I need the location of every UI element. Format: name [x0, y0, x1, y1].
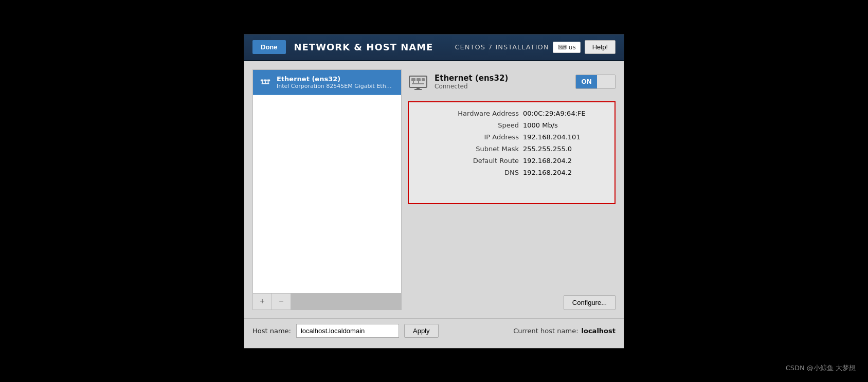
svg-rect-12: [418, 81, 419, 83]
svg-rect-4: [262, 81, 263, 83]
current-hostname-label: Current host name:: [513, 327, 578, 335]
svg-rect-13: [412, 83, 424, 84]
ip-address-value: 192.168.204.101: [523, 133, 605, 141]
adapter-header: Ethernet (ens32) Connected ON: [408, 69, 616, 96]
help-button[interactable]: Help!: [585, 40, 616, 54]
svg-rect-0: [261, 79, 263, 81]
header: Done NETWORK & HOST NAME CENTOS 7 INSTAL…: [244, 34, 624, 61]
adapter-info: Ethernet (ens32) Connected: [408, 71, 508, 92]
svg-rect-6: [262, 83, 269, 84]
remove-network-button[interactable]: −: [272, 294, 291, 310]
current-hostname-value: localhost: [582, 327, 616, 335]
speed-label: Speed: [447, 121, 519, 129]
svg-rect-2: [267, 79, 270, 81]
keyboard-lang: us: [569, 44, 576, 51]
network-item-info: Ethernet (ens32) Intel Corporation 82545…: [277, 75, 395, 89]
watermark: CSDN @小鲸鱼 大梦想: [786, 363, 856, 373]
adapter-name: Ethernet (ens32): [435, 74, 508, 83]
configure-row: Configure...: [408, 295, 616, 310]
toggle-off[interactable]: [597, 75, 615, 88]
hostname-label: Host name:: [252, 327, 291, 335]
default-route-row: Default Route 192.168.204.2: [418, 157, 605, 165]
subnet-mask-row: Subnet Mask 255.255.255.0: [418, 145, 605, 153]
hardware-address-value: 00:0C:29:A9:64:FE: [523, 110, 605, 117]
svg-rect-9: [417, 78, 421, 81]
bottom-bar: Host name: Apply Current host name: loca…: [244, 318, 624, 348]
svg-rect-3: [265, 81, 266, 83]
keyboard-indicator[interactable]: ⌨ us: [553, 42, 580, 53]
apply-button[interactable]: Apply: [404, 324, 439, 338]
svg-rect-1: [264, 79, 267, 81]
main-content: Ethernet (ens32) Intel Corporation 82545…: [244, 61, 624, 318]
install-label: CENTOS 7 INSTALLATION: [455, 43, 549, 51]
ip-address-row: IP Address 192.168.204.101: [418, 133, 605, 141]
adapter-name-status: Ethernet (ens32) Connected: [435, 74, 508, 90]
configure-button[interactable]: Configure...: [564, 295, 616, 310]
subnet-mask-label: Subnet Mask: [447, 145, 519, 153]
page-title: NETWORK & HOST NAME: [294, 42, 433, 52]
speed-value: 1000 Mb/s: [523, 121, 605, 129]
svg-rect-14: [417, 87, 420, 89]
installer-window: Done NETWORK & HOST NAME CENTOS 7 INSTAL…: [244, 34, 624, 349]
spacer: [408, 209, 616, 290]
svg-rect-11: [413, 81, 414, 83]
dns-row: DNS 192.168.204.2: [418, 169, 605, 176]
add-network-button[interactable]: +: [253, 294, 272, 310]
adapter-status: Connected: [435, 83, 508, 90]
dns-label: DNS: [447, 169, 519, 176]
info-box: Hardware Address 00:0C:29:A9:64:FE Speed…: [408, 101, 616, 204]
network-item-desc: Intel Corporation 82545EM Gigabit Ethern…: [277, 83, 395, 89]
svg-rect-15: [414, 89, 422, 90]
default-route-label: Default Route: [447, 157, 519, 165]
hostname-input[interactable]: [296, 324, 399, 338]
keyboard-icon: ⌨: [557, 44, 566, 51]
ip-address-label: IP Address: [447, 133, 519, 141]
right-panel: Ethernet (ens32) Connected ON Hardware A…: [408, 69, 616, 310]
dns-value: 192.168.204.2: [523, 169, 605, 176]
speed-row: Speed 1000 Mb/s: [418, 121, 605, 129]
network-item-name: Ethernet (ens32): [277, 75, 395, 83]
toggle-on[interactable]: ON: [576, 75, 596, 88]
default-route-value: 192.168.204.2: [523, 157, 605, 165]
ethernet-icon: [259, 76, 272, 88]
header-left: Done NETWORK & HOST NAME: [252, 40, 433, 54]
toggle-switch[interactable]: ON: [575, 75, 616, 89]
svg-rect-8: [411, 78, 415, 81]
done-button[interactable]: Done: [252, 40, 286, 54]
svg-rect-10: [422, 78, 425, 81]
adapter-icon: [408, 71, 428, 92]
network-list: Ethernet (ens32) Intel Corporation 82545…: [252, 69, 402, 294]
header-right: CENTOS 7 INSTALLATION ⌨ us Help!: [455, 40, 616, 54]
network-list-item[interactable]: Ethernet (ens32) Intel Corporation 82545…: [253, 70, 401, 95]
left-panel: Ethernet (ens32) Intel Corporation 82545…: [252, 69, 402, 310]
list-controls: + −: [252, 294, 402, 310]
subnet-mask-value: 255.255.255.0: [523, 145, 605, 153]
current-hostname-section: Current host name: localhost: [513, 327, 616, 335]
hardware-address-label: Hardware Address: [447, 110, 519, 117]
hardware-address-row: Hardware Address 00:0C:29:A9:64:FE: [418, 110, 605, 117]
svg-rect-5: [268, 81, 269, 83]
